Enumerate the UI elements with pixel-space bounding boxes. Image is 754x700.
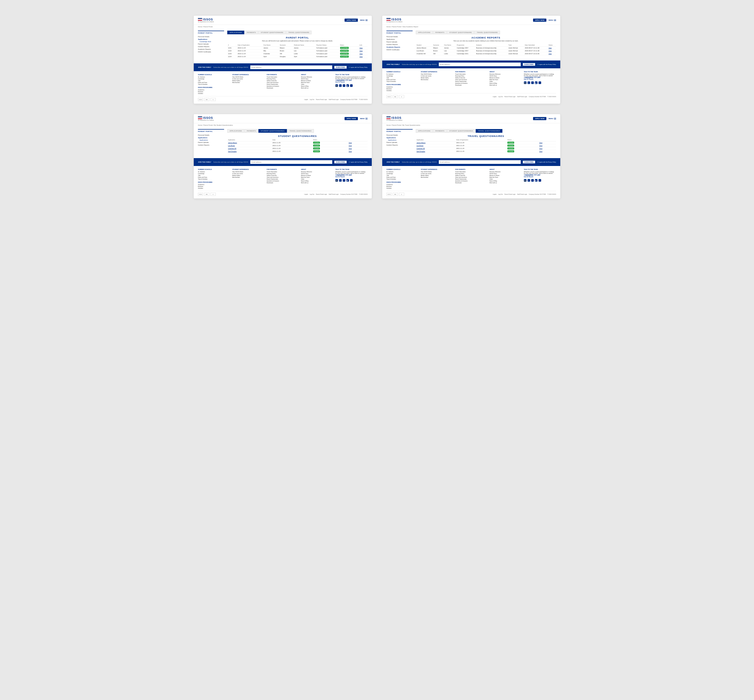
footer-link[interactable]: Electives <box>198 186 230 187</box>
footer-link[interactable]: In their own words <box>421 173 453 174</box>
footer-link[interactable]: Video <box>301 83 333 85</box>
footer-link[interactable]: Questions & Answers <box>266 180 299 182</box>
footer-link[interactable]: Directory Welcome <box>490 73 522 75</box>
twitter-icon[interactable]: 𝕏 <box>339 179 342 182</box>
applicant-link[interactable]: James Mason <box>228 142 237 144</box>
footer-link[interactable]: Merchandise <box>421 79 453 80</box>
sidebar-item[interactable]: Academic Reports <box>386 46 413 48</box>
footer-link[interactable]: Roaming Policy <box>266 173 299 174</box>
newsletter-email-input[interactable] <box>250 160 332 164</box>
footer-legal-link[interactable]: Staff Portal Login <box>517 96 527 97</box>
view-link[interactable]: View <box>349 145 352 146</box>
sidebar-item[interactable]: Academic Reports <box>198 48 224 50</box>
footer-link[interactable]: Dates and Fees <box>386 79 419 80</box>
view-link[interactable]: View <box>549 53 552 55</box>
footer-link[interactable]: Activities <box>198 93 230 94</box>
footer-link[interactable]: How ISSOS Works <box>421 73 453 75</box>
footer-link[interactable]: Meet the Team <box>490 177 522 178</box>
sidebar-item[interactable]: Incident Reports <box>386 144 413 146</box>
instagram-icon[interactable]: 📷 <box>524 81 527 84</box>
tab-applications[interactable]: APPLICATIONS <box>416 129 433 133</box>
twitter-icon[interactable]: 𝕏 <box>527 179 530 182</box>
sidebar-item[interactable]: Applications <box>198 136 224 139</box>
footer-link[interactable]: Mission & Values <box>301 175 333 176</box>
footer-link[interactable]: In their own words <box>421 75 453 77</box>
footer-link[interactable]: Mission & Values <box>490 77 522 78</box>
apply-now-btn[interactable]: APPLY NOW <box>344 117 358 120</box>
footer-link[interactable]: In their own words <box>232 78 264 80</box>
footer-link[interactable]: Safety & Security <box>455 77 487 78</box>
tab-applications[interactable]: APPLICATIONS <box>227 31 244 34</box>
view-link[interactable]: View <box>539 145 543 146</box>
footer-legal-link[interactable]: Log Out <box>498 194 503 195</box>
twitter-icon[interactable]: 𝕏 <box>339 84 342 87</box>
menu-btn[interactable]: MENU <box>549 118 556 119</box>
apply-now-btn[interactable]: APPLY NOW <box>533 117 547 120</box>
youtube-icon[interactable]: ▶ <box>535 81 538 84</box>
footer-phone[interactable]: +44(0)3000 777 247 <box>335 174 368 176</box>
apply-now-btn[interactable]: APPLY NOW <box>344 19 358 22</box>
footer-link[interactable]: Meet the Team <box>490 79 522 80</box>
view-link[interactable]: View <box>549 50 552 52</box>
footer-link[interactable]: Parent Testimonials <box>455 81 487 82</box>
footer-link[interactable]: Visas and Insurance <box>455 177 487 178</box>
footer-link[interactable]: Parent Testimonials <box>266 83 299 85</box>
footer-legal-link[interactable]: Log Out <box>310 99 314 100</box>
apply-now-btn[interactable]: APPLY NOW <box>533 19 547 22</box>
youtube-icon[interactable]: ▶ <box>346 179 349 182</box>
footer-link[interactable]: Cambridge <box>198 78 230 80</box>
sidebar-item[interactable]: Personal Details <box>198 134 224 136</box>
applicant-link[interactable]: Lea Brown <box>416 145 423 146</box>
footer-link[interactable]: Visas and Insurance <box>266 82 299 83</box>
youtube-icon[interactable]: ▶ <box>535 179 538 182</box>
footer-link[interactable]: Visas and Insurance <box>266 177 299 178</box>
footer-link[interactable]: News & Blog <box>490 83 522 84</box>
footer-link[interactable]: Directory Welcome <box>301 76 333 78</box>
footer-legal-link[interactable]: Parent Portal Login <box>504 194 516 195</box>
footer-link[interactable]: Video <box>490 81 522 82</box>
footer-link[interactable]: Academics <box>386 184 419 185</box>
applicant-link[interactable]: April Douglas <box>416 150 425 152</box>
sidebar-item[interactable]: Parent Uploads <box>386 41 413 43</box>
view-link[interactable]: View <box>360 47 363 49</box>
tab-student-questionnaires[interactable]: STUDENT QUESTIONNAIRES <box>447 129 475 133</box>
sidebar-sub-item[interactable]: Applications <box>386 139 413 141</box>
applicant-link[interactable]: Lea Brown <box>228 145 235 146</box>
footer-link[interactable]: Visas and Insurance <box>455 79 487 80</box>
footer-link[interactable]: Merchandise <box>421 177 453 178</box>
view-link[interactable]: View <box>349 150 352 152</box>
newsletter-subscribe-btn[interactable]: SUBSCRIBE <box>523 161 535 163</box>
applicant-link[interactable]: James Mason <box>416 142 425 144</box>
view-link[interactable]: View <box>539 150 543 152</box>
view-link[interactable]: View <box>360 53 363 55</box>
footer-link[interactable]: Meet the Team <box>301 82 333 83</box>
sidebar-sub-item[interactable]: Cambridge 2022 <box>198 41 224 43</box>
footer-link[interactable]: Roaming Policy <box>455 173 487 174</box>
tab-travel-questionnaires[interactable]: TRAVEL QUESTIONNAIRES <box>476 129 502 133</box>
footer-link[interactable]: ISSOS Story <box>301 78 333 80</box>
footer-link[interactable]: Yale <box>198 175 230 176</box>
footer-link[interactable]: Video <box>301 178 333 180</box>
footer-link[interactable]: How ISSOS Works <box>232 171 264 172</box>
footer-link[interactable]: Directory Welcome <box>301 171 333 172</box>
footer-link[interactable]: St. Andrews <box>386 171 419 172</box>
tab-student-questionnaire[interactable]: STUDENT QUESTIONNAIRE <box>447 31 474 34</box>
footer-link[interactable]: Downloads <box>266 87 299 89</box>
instagram-icon[interactable]: 📷 <box>524 179 527 182</box>
footer-link[interactable]: Academics <box>198 184 230 185</box>
tab-student-questionnaire[interactable]: STUDENT QUESTIONNAIRE <box>258 31 286 34</box>
footer-link[interactable]: Meet the Team <box>301 177 333 178</box>
footer-legal-link[interactable]: Staff Portal Login <box>517 194 527 195</box>
footer-cta[interactable]: Get in Touch <box>524 78 556 80</box>
footer-legal-link[interactable]: Legals <box>304 194 308 195</box>
footer-link[interactable]: ISSOS Story <box>490 75 522 77</box>
sidebar-item[interactable]: Applications <box>198 38 224 41</box>
footer-phone[interactable]: +44(0)3000 777 247 <box>335 79 368 81</box>
footer-link[interactable]: Trips & Activities <box>198 178 230 180</box>
sidebar-item[interactable]: ISSOS Certificates <box>198 50 224 53</box>
footer-link[interactable]: Work with us <box>490 84 522 86</box>
footer-link[interactable]: Questions & Answers <box>266 85 299 87</box>
newsletter-email-input[interactable] <box>439 160 521 164</box>
sidebar-item[interactable]: Parent Uploads <box>198 141 224 144</box>
footer-link[interactable]: News & Blog <box>301 85 333 87</box>
